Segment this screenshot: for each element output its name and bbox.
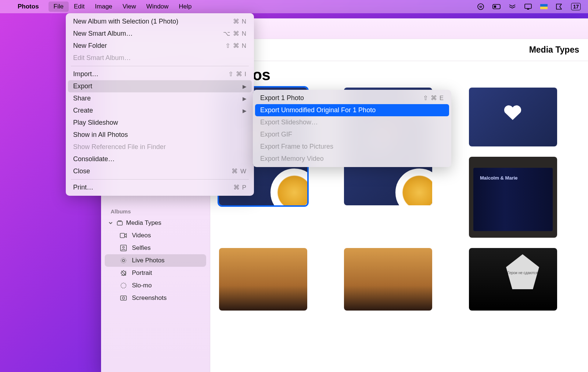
sidebar-header-label: Media Types [126,219,161,227]
svg-point-16 [122,297,125,299]
sidebar-section-albums: Albums [105,205,206,217]
slomo-icon [119,282,128,289]
app-name[interactable]: Photos [18,3,39,10]
menuitem-edit-smart-album: Edit Smart Album… [68,52,252,64]
svg-rect-9 [120,233,125,238]
chevron-right-icon: ▶ [243,108,247,114]
photo-thumbnail[interactable] [344,248,432,311]
menubar-status-area: 17 [477,3,581,10]
balloon-text: Герои не сдаются [504,254,541,291]
svg-rect-5 [540,4,548,7]
svg-point-14 [121,283,126,288]
export-submenu: Export 1 Photo⇧ ⌘ E Export Unmodified Or… [253,90,451,167]
selfie-icon [119,245,128,251]
portrait-icon [119,270,128,276]
sidebar-item-selfies[interactable]: Selfies [105,242,206,254]
menuitem-export-slideshow: Export Slideshow… [255,116,449,128]
svg-point-12 [122,259,125,262]
menuitem-share[interactable]: Share▶ [68,92,252,104]
menuitem-print[interactable]: Print…⌘ P [68,181,252,194]
svg-point-11 [123,247,125,248]
sidebar-item-slomo[interactable]: Slo-mo [105,279,206,292]
sidebar-item-label: Live Photos [132,257,165,264]
menuitem-import[interactable]: Import…⇧ ⌘ I [68,68,252,80]
sidebar-item-label: Screenshots [132,294,167,302]
video-icon [119,233,128,238]
photo-thumbnail[interactable]: Malcolm & Marie [469,157,557,238]
sidebar-item-portrait[interactable]: Portrait [105,267,206,279]
photo-thumbnail[interactable] [219,248,307,311]
menu-edit[interactable]: Edit [69,1,90,12]
svg-rect-6 [540,7,548,9]
sidebar-item-label: Videos [132,232,151,239]
menu-image[interactable]: Image [90,1,117,12]
menubar: Photos File Edit Image View Window Help … [0,0,588,13]
content-heading: Photos [219,66,579,84]
sidebar-item-videos[interactable]: Videos [105,229,206,242]
sidebar-header-media-types[interactable]: Media Types [105,217,206,229]
file-menu-dropdown: New Album with Selection (1 Photo)⌘ N Ne… [66,13,254,196]
svg-point-13 [121,258,126,263]
menuitem-new-folder[interactable]: New Folder⇧ ⌘ N [68,40,252,52]
svg-rect-2 [494,6,496,8]
photo-thumbnail[interactable]: Герои не сдаются [469,248,557,311]
menu-file[interactable]: File [49,1,69,12]
menuitem-close[interactable]: Close⌘ W [68,165,252,177]
menuitem-export-1-photo[interactable]: Export 1 Photo⇧ ⌘ E [255,92,449,104]
menuitem-export-unmodified-original[interactable]: Export Unmodified Original For 1 Photo [255,104,449,116]
svg-rect-15 [121,296,126,300]
tv-title: Malcolm & Marie [480,175,518,181]
menuitem-export-gif: Export GIF [255,128,449,141]
svg-rect-3 [525,4,531,8]
menuitem-export[interactable]: Export▶ [68,80,252,92]
sidebar-item-live-photos[interactable]: Live Photos [105,254,206,267]
status-icon-5[interactable] [556,3,563,10]
chevron-down-icon [108,221,114,225]
menuitem-consolidate[interactable]: Consolidate… [68,153,252,165]
stack-icon [116,220,124,226]
menuitem-create[interactable]: Create▶ [68,104,252,117]
screenshot-icon [119,295,128,301]
status-icon-display[interactable] [524,3,532,10]
menuitem-export-memory-video: Export Memory Video [255,153,449,165]
menu-view[interactable]: View [118,1,141,12]
sidebar-item-label: Portrait [132,269,152,277]
menuitem-play-slideshow[interactable]: Play Slideshow [68,117,252,129]
toolbar-title: Media Types [529,45,579,55]
menuitem-show-referenced-file: Show Referenced File in Finder [68,141,252,153]
status-icon-3[interactable] [509,3,516,10]
menu-window[interactable]: Window [141,1,173,12]
photo-thumbnail[interactable] [469,88,557,146]
sidebar-item-label: Selfies [132,244,151,252]
svg-rect-8 [117,222,122,225]
live-photos-icon [119,257,128,264]
menuitem-new-smart-album[interactable]: New Smart Album…⌥ ⌘ N [68,28,252,40]
sidebar-item-label: Slo-mo [132,282,152,289]
chevron-right-icon: ▶ [243,84,247,89]
sidebar-item-screenshots[interactable]: Screenshots [105,292,206,304]
menu-help[interactable]: Help [174,1,197,12]
status-icon-1[interactable] [477,3,484,10]
svg-point-0 [478,4,484,10]
chevron-right-icon: ▶ [243,96,247,102]
menu-date-icon[interactable]: 17 [571,3,581,10]
menuitem-export-frame: Export Frame to Pictures [255,141,449,153]
svg-rect-4 [527,9,529,10]
menuitem-show-in-all-photos[interactable]: Show in All Photos [68,129,252,141]
menuitem-new-album[interactable]: New Album with Selection (1 Photo)⌘ N [68,15,252,28]
status-icon-2[interactable] [492,3,501,10]
status-icon-flag[interactable] [540,4,548,9]
